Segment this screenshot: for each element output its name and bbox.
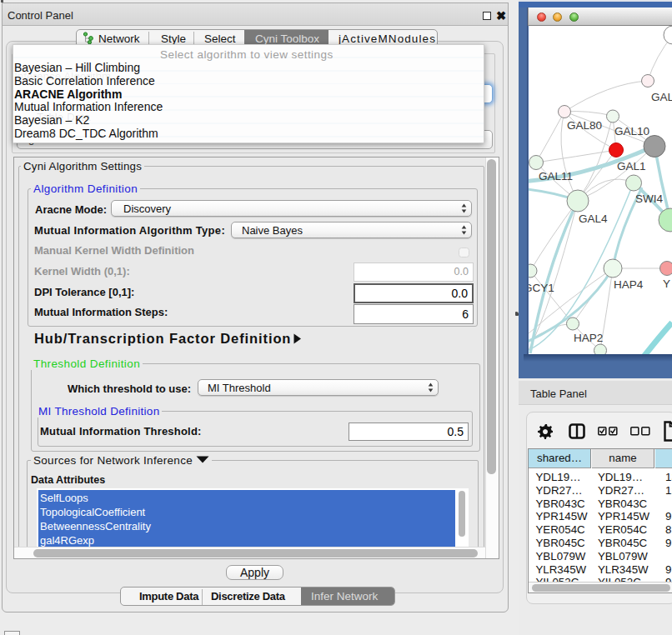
- svg-text:GAL11: GAL11: [539, 170, 573, 182]
- svg-text:GAL7: GAL7: [651, 91, 672, 103]
- svg-text:SWI4: SWI4: [635, 192, 663, 205]
- svg-text:HAP2: HAP2: [574, 332, 603, 344]
- svg-text:GAL80: GAL80: [567, 119, 602, 132]
- svg-text:Y: Y: [663, 278, 670, 290]
- svg-text:GAL4: GAL4: [579, 212, 608, 225]
- svg-text:GAL10: GAL10: [614, 125, 649, 138]
- svg-text:GCY1: GCY1: [529, 282, 554, 294]
- svg-text:HAP4: HAP4: [614, 278, 644, 291]
- svg-text:GAL1: GAL1: [617, 160, 646, 172]
